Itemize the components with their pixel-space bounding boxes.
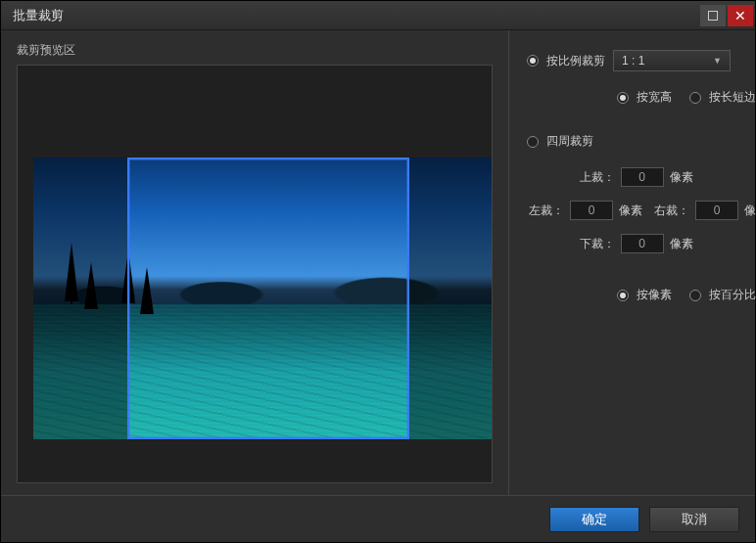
batch-crop-dialog: 批量裁剪 ✕ 裁剪预览区 xyxy=(0,0,756,543)
crop-mask-right xyxy=(409,158,493,439)
right-crop-unit: 像素 xyxy=(744,203,756,219)
right-crop-label: 右裁： xyxy=(654,203,689,219)
ok-button[interactable]: 确定 xyxy=(549,507,639,532)
dialog-footer: 确定 取消 xyxy=(1,495,755,542)
by-percent-radio[interactable] xyxy=(689,290,701,301)
four-side-crop-label: 四周裁剪 xyxy=(546,133,593,150)
maximize-icon xyxy=(708,11,718,21)
by-pixels-label: 按像素 xyxy=(637,287,672,303)
preview-area-label: 裁剪预览区 xyxy=(17,42,493,59)
by-long-short-label: 按长短边 xyxy=(709,89,756,106)
ratio-select-value: 1 : 1 xyxy=(622,54,644,68)
ratio-select[interactable]: 1 : 1 ▼ xyxy=(613,50,731,71)
preview-box xyxy=(17,65,493,483)
chevron-down-icon: ▼ xyxy=(713,56,722,66)
by-pixels-radio[interactable] xyxy=(617,290,629,301)
maximize-button[interactable] xyxy=(700,5,726,26)
cancel-button[interactable]: 取消 xyxy=(649,507,739,532)
by-percent-label: 按百分比 xyxy=(709,287,756,303)
close-icon: ✕ xyxy=(734,9,746,23)
by-long-short-radio[interactable] xyxy=(689,92,701,104)
right-crop-input[interactable] xyxy=(695,201,738,220)
top-crop-label: 上裁： xyxy=(580,169,615,186)
options-panel: 按比例裁剪 1 : 1 ▼ 按宽高 按长短边 四周裁剪 xyxy=(508,30,755,495)
titlebar: 批量裁剪 ✕ xyxy=(1,1,755,30)
left-crop-input[interactable] xyxy=(570,201,613,220)
bottom-crop-input[interactable] xyxy=(621,234,664,253)
preview-image[interactable] xyxy=(33,158,493,439)
left-crop-label: 左裁： xyxy=(529,203,564,219)
top-crop-input[interactable] xyxy=(621,167,664,187)
four-side-crop-radio[interactable] xyxy=(527,136,539,148)
ratio-crop-radio[interactable] xyxy=(527,55,539,67)
window-title: 批量裁剪 xyxy=(13,7,700,24)
close-button[interactable]: ✕ xyxy=(728,5,753,26)
top-crop-unit: 像素 xyxy=(670,169,693,186)
crop-selection[interactable] xyxy=(127,158,409,439)
left-crop-unit: 像素 xyxy=(619,203,642,219)
ratio-crop-label: 按比例裁剪 xyxy=(546,53,605,69)
bottom-crop-label: 下裁： xyxy=(580,236,615,252)
bottom-crop-unit: 像素 xyxy=(670,236,693,252)
by-width-height-label: 按宽高 xyxy=(637,89,672,106)
crop-mask-left xyxy=(33,158,127,439)
by-width-height-radio[interactable] xyxy=(617,92,629,104)
